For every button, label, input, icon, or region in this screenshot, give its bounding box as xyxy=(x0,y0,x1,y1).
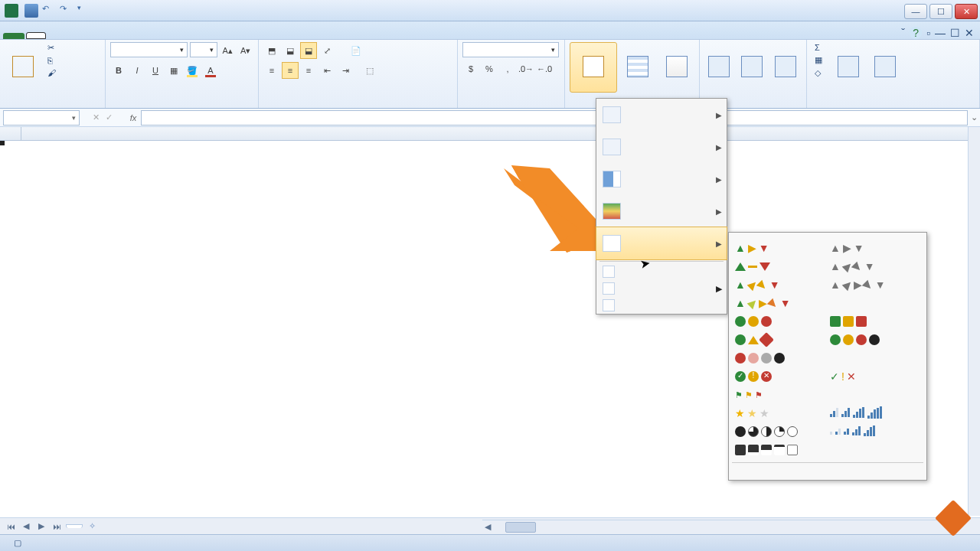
fx-icon[interactable]: fx xyxy=(126,113,141,122)
find-select-button[interactable] xyxy=(868,42,902,93)
copy-button[interactable]: ⎘ xyxy=(44,55,62,66)
iconset-3-symbols-circled[interactable]: ✓!✕ xyxy=(735,369,819,384)
autosum-button[interactable]: Σ xyxy=(812,42,828,53)
expand-formula-bar-icon[interactable]: ⌄ xyxy=(968,112,980,122)
sheet-nav-prev-icon[interactable]: ◀ xyxy=(20,521,32,531)
format-painter-button[interactable]: 🖌 xyxy=(44,67,62,78)
menu-icon-sets[interactable]: ▶ xyxy=(596,227,727,260)
shrink-font-icon[interactable]: A▾ xyxy=(237,42,253,59)
iconset-3-arrows-colored[interactable]: ▲▶▼ xyxy=(735,240,819,256)
iconset-5-arrows-gray[interactable]: ▲▶▶▶▼ xyxy=(830,277,914,292)
align-bottom-icon[interactable]: ⬓ xyxy=(300,42,317,59)
menu-top-bottom-rules[interactable]: ▶ xyxy=(596,131,727,163)
iconset-3-traffic-lights[interactable] xyxy=(735,314,819,329)
increase-indent-icon[interactable]: ⇥ xyxy=(337,62,354,79)
redo-icon[interactable]: ↷ xyxy=(60,4,74,18)
sheet-nav-next-icon[interactable]: ▶ xyxy=(35,521,47,531)
new-sheet-icon[interactable]: ✧ xyxy=(89,521,96,531)
italic-button[interactable]: I xyxy=(129,62,145,79)
iconset-5-quarters[interactable] xyxy=(735,424,819,439)
undo-icon[interactable]: ↶ xyxy=(42,4,56,18)
font-name-combo[interactable]: ▾ xyxy=(110,42,188,57)
clear-button[interactable]: ◇ xyxy=(812,67,828,79)
vertical-scrollbar[interactable] xyxy=(968,127,980,516)
help-icon[interactable]: ? xyxy=(910,27,922,39)
iconset-5-ratings-bars[interactable] xyxy=(830,424,914,439)
paste-button[interactable] xyxy=(5,42,41,93)
iconset-4-ratings-bars[interactable] xyxy=(830,406,914,421)
menu-new-rule[interactable] xyxy=(596,263,727,280)
menu-highlight-cells-rules[interactable]: ▶ xyxy=(596,99,727,131)
iconset-3-triangles[interactable] xyxy=(735,259,819,274)
iconset-4-traffic[interactable] xyxy=(830,332,914,347)
file-tab[interactable] xyxy=(3,33,24,39)
tab-review[interactable] xyxy=(119,33,138,39)
doc-close-icon[interactable]: ✕ xyxy=(965,27,974,39)
iconset-red-to-black[interactable] xyxy=(735,350,819,366)
percent-icon[interactable]: % xyxy=(481,60,498,77)
sort-filter-button[interactable] xyxy=(831,42,865,93)
increase-decimal-icon[interactable]: .0→ xyxy=(518,60,534,77)
minimize-ribbon-icon[interactable]: ˇ xyxy=(901,27,905,39)
close-button[interactable]: ✕ xyxy=(955,4,978,19)
iconset-4-arrows-gray[interactable]: ▲▶▶▼ xyxy=(830,259,914,274)
currency-icon[interactable]: $ xyxy=(462,60,479,77)
decrease-decimal-icon[interactable]: ←.0 xyxy=(536,60,553,77)
insert-cells-button[interactable] xyxy=(704,42,733,93)
fill-color-button[interactable]: 🪣 xyxy=(184,62,201,79)
select-all-corner[interactable] xyxy=(0,127,21,140)
tab-formulas[interactable] xyxy=(83,33,101,39)
window-restore-icon[interactable]: ▫ xyxy=(926,27,930,39)
align-center-icon[interactable]: ≡ xyxy=(282,62,299,79)
minimize-button[interactable]: — xyxy=(904,4,927,19)
cut-button[interactable]: ✂ xyxy=(44,42,62,54)
doc-maximize-icon[interactable]: ☐ xyxy=(950,27,960,39)
iconset-5-arrows-colored[interactable]: ▲▶▶▶▼ xyxy=(735,295,819,311)
format-cells-button[interactable] xyxy=(769,42,802,93)
more-rules-button[interactable] xyxy=(735,466,920,474)
menu-color-scales[interactable]: ▶ xyxy=(596,195,727,227)
fill-button[interactable]: ▦ xyxy=(812,54,828,66)
merge-center-button[interactable]: ⬚ xyxy=(361,62,378,79)
align-middle-icon[interactable]: ⬓ xyxy=(282,42,299,59)
iconset-5-boxes[interactable] xyxy=(735,442,819,458)
formula-input[interactable] xyxy=(141,110,968,126)
tab-page-layout[interactable] xyxy=(64,33,83,39)
orientation-icon[interactable]: ⤢ xyxy=(318,42,335,59)
align-top-icon[interactable]: ⬒ xyxy=(263,42,280,59)
tab-insert[interactable] xyxy=(46,33,64,39)
delete-cells-button[interactable] xyxy=(737,42,766,93)
wrap-text-button[interactable]: 📄 xyxy=(348,42,364,59)
iconset-3-signs[interactable] xyxy=(735,332,819,347)
underline-button[interactable]: U xyxy=(147,62,164,79)
bold-button[interactable]: B xyxy=(110,62,127,79)
align-left-icon[interactable]: ≡ xyxy=(263,62,280,79)
grow-font-icon[interactable]: A▴ xyxy=(220,42,236,59)
save-icon[interactable] xyxy=(24,4,38,18)
doc-minimize-icon[interactable]: — xyxy=(935,27,946,39)
iconset-3-traffic-rimmed[interactable] xyxy=(830,314,914,329)
name-box[interactable]: ▾ xyxy=(3,110,80,126)
sheet-tab[interactable] xyxy=(66,524,83,528)
tab-home[interactable] xyxy=(26,32,46,39)
borders-button[interactable]: ▦ xyxy=(165,62,182,79)
horizontal-scrollbar[interactable]: ◀ xyxy=(482,520,967,533)
menu-clear-rules[interactable]: ▶ xyxy=(596,280,727,297)
qat-dropdown-icon[interactable]: ▾ xyxy=(77,4,91,18)
iconset-3-stars[interactable]: ★★★ xyxy=(735,406,819,421)
format-as-table-button[interactable] xyxy=(620,42,655,93)
number-format-combo[interactable]: ▾ xyxy=(462,42,559,57)
menu-manage-rules[interactable] xyxy=(596,297,727,314)
decrease-indent-icon[interactable]: ⇤ xyxy=(318,62,335,79)
iconset-3-symbols[interactable]: ✓!✕ xyxy=(830,369,914,384)
iconset-3-arrows-gray[interactable]: ▲▶▼ xyxy=(830,240,914,256)
cell-styles-button[interactable] xyxy=(659,42,694,93)
comma-icon[interactable]: , xyxy=(499,60,516,77)
macro-record-icon[interactable]: ▢ xyxy=(14,538,21,548)
align-right-icon[interactable]: ≡ xyxy=(300,62,317,79)
conditional-formatting-button[interactable] xyxy=(570,42,617,93)
iconset-3-flags[interactable]: ⚑⚑⚑ xyxy=(735,387,819,403)
sheet-nav-first-icon[interactable]: ⏮ xyxy=(5,522,17,531)
maximize-button[interactable]: ☐ xyxy=(929,4,952,19)
scroll-thumb[interactable] xyxy=(505,522,536,533)
